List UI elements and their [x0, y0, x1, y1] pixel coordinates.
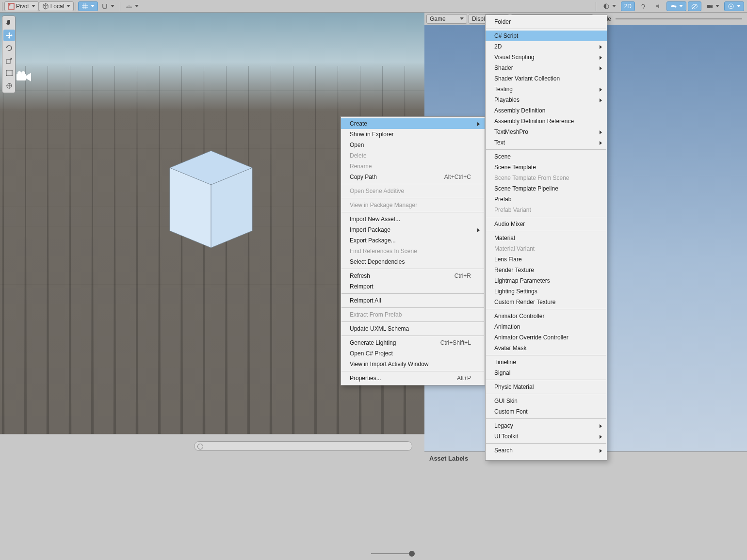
create-scene[interactable]: Scene [486, 151, 607, 162]
create-c-script[interactable]: C# Script [486, 31, 607, 41]
magnet-icon [101, 3, 108, 10]
create-animation[interactable]: Animation [486, 321, 607, 332]
create-render-texture[interactable]: Render Texture [486, 265, 607, 275]
svg-rect-20 [16, 74, 26, 80]
project-search-input[interactable] [194, 441, 412, 451]
menu-item-label: Playables [494, 96, 520, 103]
scale-slider[interactable] [616, 18, 742, 19]
create-separator [486, 355, 606, 355]
create-physic-material[interactable]: Physic Material [486, 382, 607, 392]
ctx-reimport[interactable]: Reimport [341, 281, 485, 292]
rect-tool[interactable] [3, 67, 15, 79]
create-search[interactable]: Search [486, 445, 607, 456]
create-scene-template-from-scene: Scene Template From Scene [486, 173, 607, 183]
create-2d[interactable]: 2D [486, 41, 607, 52]
ctx-separator [341, 293, 484, 294]
create-prefab[interactable]: Prefab [486, 194, 607, 205]
hand-icon [5, 19, 13, 27]
hidden-button[interactable] [688, 1, 701, 11]
create-playables[interactable]: Playables [486, 95, 607, 105]
fx-button[interactable] [666, 1, 686, 11]
gizmos-dropdown[interactable] [724, 1, 744, 11]
ctx-generate-lighting[interactable]: Generate LightingCtrl+Shift+L [341, 337, 485, 348]
ctx-properties[interactable]: Properties...Alt+P [341, 373, 485, 384]
create-avatar-mask[interactable]: Avatar Mask [486, 343, 607, 353]
lighting-button[interactable] [636, 1, 650, 11]
pivot-dropdown[interactable]: Pivot [4, 1, 39, 11]
svg-point-7 [642, 4, 645, 7]
snap-button[interactable] [98, 1, 118, 11]
ctx-reimport-all[interactable]: Reimport All [341, 295, 485, 306]
mode-2d-button[interactable]: 2D [621, 1, 635, 11]
ctx-open-c-project[interactable]: Open C# Project [341, 348, 485, 359]
create-assembly-definition[interactable]: Assembly Definition [486, 105, 607, 116]
create-material[interactable]: Material [486, 233, 607, 243]
ctx-separator [341, 212, 484, 212]
menu-item-label: Scene Template [494, 164, 536, 171]
create-custom-font[interactable]: Custom Font [486, 406, 607, 417]
ctx-import-new-asset[interactable]: Import New Asset... [341, 214, 485, 224]
create-lightmap-parameters[interactable]: Lightmap Parameters [486, 275, 607, 286]
ctx-create[interactable]: Create [341, 118, 485, 129]
svg-rect-13 [6, 60, 10, 64]
ctx-import-package[interactable]: Import Package [341, 224, 485, 235]
create-animator-controller[interactable]: Animator Controller [486, 311, 607, 321]
create-shader-variant-collection[interactable]: Shader Variant Collection [486, 73, 607, 84]
camera-icon [706, 3, 713, 10]
ctx-copy-path[interactable]: Copy PathAlt+Ctrl+C [341, 172, 485, 182]
create-animator-override-controller[interactable]: Animator Override Controller [486, 332, 607, 343]
create-signal[interactable]: Signal [486, 368, 607, 378]
menu-item-label: View in Package Manager [350, 202, 417, 208]
create-gui-skin[interactable]: GUI Skin [486, 396, 607, 406]
create-visual-scripting[interactable]: Visual Scripting [486, 52, 607, 63]
shading-dropdown[interactable] [600, 1, 619, 11]
audio-button[interactable] [651, 1, 665, 11]
create-separator [486, 217, 606, 217]
create-lens-flare[interactable]: Lens Flare [486, 254, 607, 265]
create-text[interactable]: Text [486, 137, 607, 148]
create-lighting-settings[interactable]: Lighting Settings [486, 286, 607, 297]
create-shader[interactable]: Shader [486, 63, 607, 73]
scale-tool[interactable] [3, 55, 15, 66]
create-audio-mixer[interactable]: Audio Mixer [486, 219, 607, 229]
create-timeline[interactable]: Timeline [486, 357, 607, 368]
create-textmeshpro[interactable]: TextMeshPro [486, 127, 607, 137]
menu-item-label: Show in Explorer [350, 131, 394, 138]
svg-point-15 [6, 70, 7, 71]
transform-tool[interactable] [3, 80, 15, 92]
create-custom-render-texture[interactable]: Custom Render Texture [486, 297, 607, 307]
ctx-rename: Rename [341, 161, 485, 172]
scene-camera-gizmo [16, 71, 33, 82]
menu-item-label: Folder [494, 18, 511, 25]
svg-rect-10 [707, 5, 711, 8]
create-legacy[interactable]: Legacy [486, 420, 607, 431]
create-testing[interactable]: Testing [486, 84, 607, 95]
ctx-view-in-import-activity-window[interactable]: View in Import Activity Window [341, 359, 485, 369]
ctx-refresh[interactable]: RefreshCtrl+R [341, 271, 485, 281]
increment-snap-button[interactable] [122, 1, 142, 11]
create-separator [486, 149, 606, 150]
svg-point-12 [731, 5, 732, 7]
ctx-show-in-explorer[interactable]: Show in Explorer [341, 129, 485, 140]
ctx-open[interactable]: Open [341, 140, 485, 150]
view-tool[interactable] [3, 17, 15, 29]
scene-cube[interactable] [160, 146, 262, 248]
create-separator [486, 443, 606, 444]
ctx-export-package[interactable]: Export Package... [341, 235, 485, 246]
create-scene-template-pipeline[interactable]: Scene Template Pipeline [486, 183, 607, 194]
camera-dropdown[interactable] [703, 1, 723, 11]
thumbnail-size-slider[interactable] [371, 550, 415, 557]
rotate-tool[interactable] [3, 42, 15, 54]
move-tool[interactable] [3, 30, 15, 41]
menu-item-label: Import New Asset... [350, 216, 400, 223]
create-scene-template[interactable]: Scene Template [486, 162, 607, 173]
create-assembly-definition-reference[interactable]: Assembly Definition Reference [486, 116, 607, 127]
local-dropdown[interactable]: Local [39, 1, 74, 11]
create-ui-toolkit[interactable]: UI Toolkit [486, 431, 607, 442]
scale-icon [5, 57, 13, 64]
grid-snap-button[interactable] [78, 1, 98, 11]
create-folder[interactable]: Folder [486, 16, 607, 27]
game-tab-dropdown[interactable]: Game [426, 14, 467, 24]
ctx-select-dependencies[interactable]: Select Dependencies [341, 256, 485, 267]
ctx-update-uxml-schema[interactable]: Update UXML Schema [341, 323, 485, 334]
